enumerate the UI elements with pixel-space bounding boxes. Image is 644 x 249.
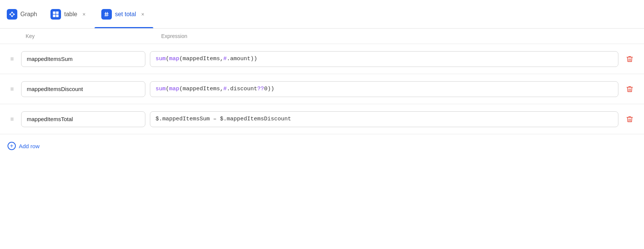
svg-line-5 (12, 12, 14, 14)
tab-table-label: table (64, 11, 77, 18)
hash-icon (101, 9, 112, 20)
delete-row-2-button[interactable] (623, 82, 636, 96)
svg-rect-10 (53, 14, 56, 17)
svg-line-15 (107, 12, 108, 17)
add-row-label: Add row (19, 143, 40, 149)
delete-row-1-button[interactable] (623, 52, 636, 66)
tab-bar: Graph table × set total × (0, 0, 644, 29)
expression-display-2[interactable]: sum(map(mappedItems, #.discount ?? 0)) (150, 81, 618, 97)
rows-container: ≡ sum(map(mappedItems, #.amount)) ≡ sum(… (0, 44, 644, 134)
col-key-header: Key (26, 33, 154, 39)
table-row: ≡ $.mappedItemsSum – $.mappedItemsDiscou… (0, 104, 644, 134)
tab-set-total-close[interactable]: × (139, 11, 147, 18)
table-row: ≡ sum(map(mappedItems, #.discount ?? 0)) (0, 74, 644, 104)
table-icon (50, 9, 61, 20)
svg-rect-11 (56, 14, 59, 17)
drag-handle[interactable]: ≡ (8, 116, 17, 123)
key-input-2[interactable] (21, 81, 145, 97)
tab-graph-label: Graph (20, 11, 37, 18)
column-headers: Key Expression (0, 29, 644, 44)
graph-icon (7, 9, 17, 20)
tab-table[interactable]: table × (44, 0, 95, 28)
tab-set-total[interactable]: set total × (95, 0, 153, 28)
expression-display-1[interactable]: sum(map(mappedItems, #.amount)) (150, 51, 618, 67)
tab-graph[interactable]: Graph (0, 0, 44, 28)
drag-handle[interactable]: ≡ (8, 86, 17, 93)
tab-table-close[interactable]: × (80, 11, 88, 18)
tab-set-total-label: set total (115, 11, 136, 18)
svg-rect-8 (53, 11, 56, 14)
svg-line-7 (12, 14, 14, 16)
delete-row-3-button[interactable] (623, 112, 636, 126)
key-input-3[interactable] (21, 111, 145, 127)
add-row-button[interactable]: + Add row (0, 134, 644, 158)
key-input-1[interactable] (21, 51, 145, 67)
svg-line-4 (10, 12, 12, 14)
drag-handle[interactable]: ≡ (8, 56, 17, 62)
expression-display-3[interactable]: $.mappedItemsSum – $.mappedItemsDiscount (150, 111, 618, 127)
table-row: ≡ sum(map(mappedItems, #.amount)) (0, 44, 644, 74)
svg-line-6 (10, 14, 12, 16)
add-row-icon: + (8, 142, 16, 150)
svg-rect-9 (56, 11, 59, 14)
svg-line-14 (105, 12, 106, 17)
col-expression-header: Expression (154, 33, 187, 39)
